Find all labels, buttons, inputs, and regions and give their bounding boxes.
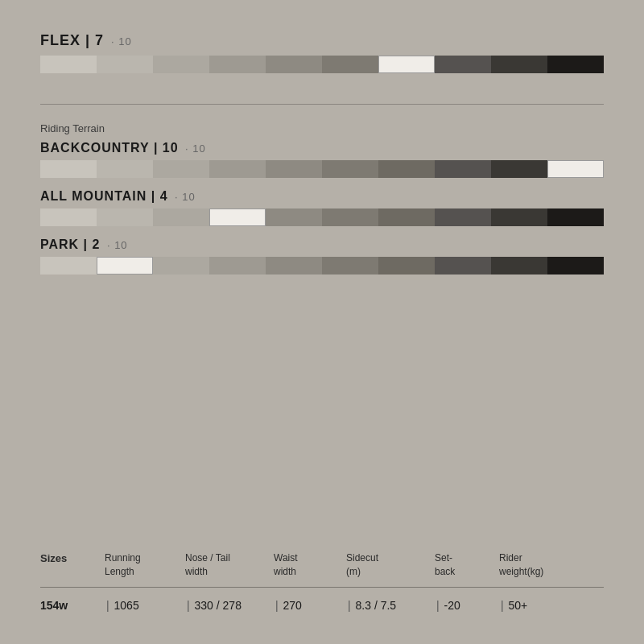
am-seg-1	[40, 208, 97, 226]
header-setback: Set- back	[435, 551, 499, 579]
flex-pipe: |	[85, 32, 95, 48]
flex-seg-9	[491, 56, 547, 73]
am-seg-2	[97, 208, 153, 226]
spacer	[40, 286, 604, 543]
header-rider-weight-line1: Rider	[499, 552, 522, 564]
all-mountain-label: ALL MOUNTAIN | 4 · 10	[40, 189, 604, 204]
header-nose-tail: Nose / Tail width	[185, 551, 274, 579]
park-seg-10	[547, 257, 604, 275]
bc-seg-1	[40, 160, 97, 178]
park-score: 2	[93, 237, 101, 251]
am-seg-6	[322, 208, 378, 226]
flex-seg-3	[153, 56, 209, 73]
header-running-length: Running Length	[105, 551, 185, 579]
header-sidecut-line2: (m)	[346, 566, 361, 577]
bc-seg-2	[97, 160, 153, 178]
bc-seg-4	[209, 160, 266, 178]
all-mountain-bar	[40, 208, 604, 226]
am-seg-10	[547, 208, 604, 226]
bc-seg-7	[378, 160, 435, 178]
header-sidecut: Sidecut (m)	[346, 551, 435, 579]
header-sizes-text: Sizes	[40, 552, 67, 564]
park-seg-5	[266, 257, 322, 275]
header-setback-line2: back	[435, 566, 455, 577]
header-sidecut-line1: Sidecut	[346, 552, 378, 564]
header-waist-line2: width	[274, 566, 296, 577]
rider-weight-value: 50+	[509, 599, 528, 612]
header-running-line1: Running	[105, 552, 141, 564]
row-running-length: | 1065	[105, 599, 185, 612]
flex-seg-6	[322, 56, 378, 73]
am-seg-8	[435, 208, 491, 226]
flex-divider	[40, 104, 604, 105]
am-pipe: |	[151, 189, 160, 203]
flex-seg-2	[97, 56, 153, 73]
flex-bar	[40, 56, 604, 73]
park-seg-6	[322, 257, 378, 275]
bc-seg-5	[266, 160, 322, 178]
table-header: Sizes Running Length Nose / Tail width W…	[40, 551, 604, 588]
row-setback: | -20	[435, 599, 499, 612]
header-waist: Waist width	[274, 551, 346, 579]
header-nose-tail-line1: Nose / Tail	[185, 552, 230, 564]
park-seg-1	[40, 257, 97, 275]
row-size: 154w	[40, 599, 105, 612]
header-rider-weight: Rider weight(kg)	[499, 551, 588, 579]
size-value: 154w	[40, 599, 68, 612]
am-seg-7	[378, 208, 435, 226]
flex-score: 7	[95, 32, 104, 48]
park-seg-3	[153, 257, 209, 275]
row-sidecut: | 8.3 / 7.5	[346, 599, 435, 612]
nose-tail-value: 330 / 278	[195, 599, 242, 612]
bc-seg-6	[322, 160, 378, 178]
bc-out-of: 10	[192, 142, 205, 155]
bc-seg-9	[491, 160, 547, 178]
flex-out-of: 10	[118, 35, 131, 47]
bc-seg-3	[153, 160, 209, 178]
header-rider-weight-line2: weight(kg)	[499, 566, 543, 577]
bc-pipe: |	[154, 141, 163, 155]
park-seg-8	[435, 257, 491, 275]
park-label: PARK | 2 · 10	[40, 237, 604, 252]
main-container: FLEX | 7 · 10 Riding Terrain BACKCO	[0, 0, 644, 644]
riding-terrain-section: Riding Terrain BACKCOUNTRY | 10 · 10	[40, 122, 604, 286]
am-seg-5	[266, 208, 322, 226]
backcountry-title: BACKCOUNTRY	[40, 141, 149, 155]
setback-value: -20	[444, 599, 460, 612]
bc-seg-8	[435, 160, 491, 178]
all-mountain-item: ALL MOUNTAIN | 4 · 10	[40, 189, 604, 226]
park-seg-4	[209, 257, 266, 275]
park-seg-7	[378, 257, 435, 275]
park-title: PARK	[40, 237, 79, 251]
flex-seg-8	[435, 56, 491, 73]
park-seg-9	[491, 257, 547, 275]
am-seg-3	[153, 208, 209, 226]
header-nose-tail-line2: width	[185, 566, 208, 577]
flex-seg-4	[209, 56, 266, 73]
backcountry-item: BACKCOUNTRY | 10 · 10	[40, 141, 604, 178]
flex-section: FLEX | 7 · 10	[40, 32, 604, 73]
header-waist-line1: Waist	[274, 552, 298, 564]
row-nose-tail: | 330 / 278	[185, 599, 274, 612]
am-seg-9	[491, 208, 547, 226]
sidecut-value: 8.3 / 7.5	[356, 599, 397, 612]
backcountry-score: 10	[163, 141, 179, 155]
all-mountain-title: ALL MOUNTAIN	[40, 189, 147, 203]
header-setback-line1: Set-	[435, 552, 452, 564]
am-out-of: 10	[182, 191, 195, 203]
flex-seg-5	[266, 56, 322, 73]
row-waist: | 270	[274, 599, 346, 612]
flex-title: FLEX	[40, 32, 80, 48]
park-pipe: |	[84, 237, 93, 251]
backcountry-bar	[40, 160, 604, 178]
flex-seg-10	[547, 56, 604, 73]
riding-terrain-label: Riding Terrain	[40, 122, 604, 134]
table-row: 154w | 1065 | 330 / 278 | 270 | 8.3 / 7.…	[40, 599, 604, 612]
row-rider-weight: | 50+	[499, 599, 588, 612]
park-item: PARK | 2 · 10	[40, 237, 604, 275]
running-length-value: 1065	[114, 599, 139, 612]
flex-label: FLEX | 7 · 10	[40, 32, 604, 49]
backcountry-label: BACKCOUNTRY | 10 · 10	[40, 141, 604, 155]
all-mountain-score: 4	[160, 189, 168, 203]
header-sizes: Sizes	[40, 551, 105, 579]
